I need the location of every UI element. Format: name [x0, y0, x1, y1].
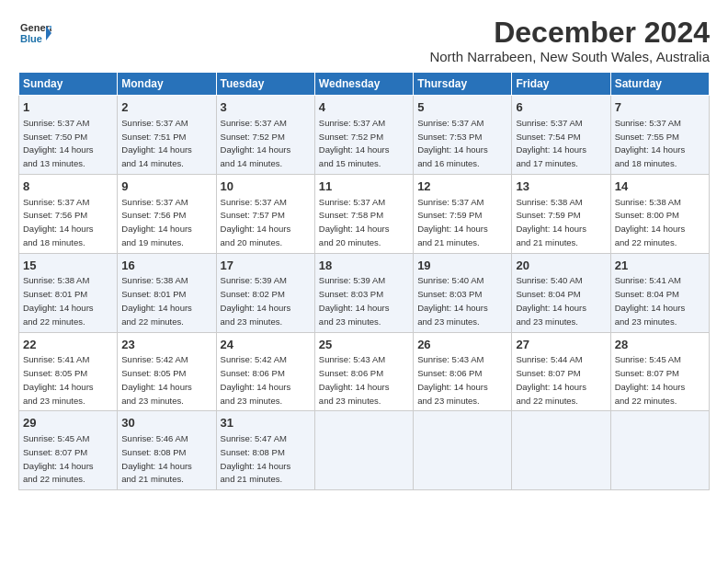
day-info: Sunrise: 5:37 AM Sunset: 7:53 PM Dayligh…	[417, 118, 488, 168]
cell-w4-d6	[610, 411, 709, 490]
day-info: Sunrise: 5:37 AM Sunset: 7:50 PM Dayligh…	[23, 118, 94, 168]
day-info: Sunrise: 5:43 AM Sunset: 8:06 PM Dayligh…	[319, 354, 390, 405]
day-info: Sunrise: 5:37 AM Sunset: 7:52 PM Dayligh…	[221, 118, 291, 168]
calendar-body: 1Sunrise: 5:37 AM Sunset: 7:50 PM Daylig…	[19, 96, 710, 490]
col-sunday: Sunday	[19, 73, 118, 96]
cell-w1-d3: 11Sunrise: 5:37 AM Sunset: 7:58 PM Dayli…	[314, 174, 413, 253]
day-number: 26	[417, 337, 507, 353]
day-info: Sunrise: 5:39 AM Sunset: 8:02 PM Dayligh…	[221, 275, 291, 326]
day-number: 10	[221, 178, 311, 195]
subtitle: North Narrabeen, New South Wales, Austra…	[429, 49, 710, 64]
cell-w0-d0: 1Sunrise: 5:37 AM Sunset: 7:50 PM Daylig…	[19, 96, 118, 175]
logo: General Blue	[18, 17, 51, 50]
day-number: 5	[417, 99, 507, 116]
day-info: Sunrise: 5:42 AM Sunset: 8:05 PM Dayligh…	[121, 354, 192, 405]
day-info: Sunrise: 5:37 AM Sunset: 7:55 PM Dayligh…	[615, 118, 686, 168]
day-number: 25	[319, 337, 409, 353]
cell-w2-d3: 18Sunrise: 5:39 AM Sunset: 8:03 PM Dayli…	[314, 253, 413, 332]
svg-text:Blue: Blue	[20, 33, 42, 44]
col-wednesday: Wednesday	[314, 73, 413, 96]
cell-w4-d4	[414, 411, 512, 490]
page: General Blue December 2024 North Narrabe…	[0, 0, 728, 500]
day-number: 1	[23, 99, 113, 116]
cell-w4-d3	[314, 411, 413, 490]
day-number: 11	[319, 178, 409, 195]
col-thursday: Thursday	[414, 73, 512, 96]
cell-w4-d1: 30Sunrise: 5:46 AM Sunset: 8:08 PM Dayli…	[118, 411, 216, 490]
col-friday: Friday	[512, 73, 610, 96]
col-monday: Monday	[118, 73, 216, 96]
day-number: 18	[319, 258, 409, 274]
cell-w1-d5: 13Sunrise: 5:38 AM Sunset: 7:59 PM Dayli…	[512, 174, 610, 253]
day-number: 4	[319, 99, 409, 116]
day-info: Sunrise: 5:37 AM Sunset: 7:57 PM Dayligh…	[221, 197, 291, 247]
header-row: Sunday Monday Tuesday Wednesday Thursday…	[19, 73, 710, 96]
calendar-table: Sunday Monday Tuesday Wednesday Thursday…	[18, 72, 710, 490]
cell-w0-d6: 7Sunrise: 5:37 AM Sunset: 7:55 PM Daylig…	[610, 96, 709, 175]
day-info: Sunrise: 5:37 AM Sunset: 7:58 PM Dayligh…	[319, 197, 390, 247]
day-info: Sunrise: 5:45 AM Sunset: 8:07 PM Dayligh…	[615, 354, 686, 405]
cell-w0-d2: 3Sunrise: 5:37 AM Sunset: 7:52 PM Daylig…	[216, 96, 314, 175]
day-number: 31	[221, 415, 311, 431]
logo-icon: General Blue	[18, 17, 51, 50]
day-number: 30	[121, 415, 211, 431]
day-number: 29	[23, 415, 113, 431]
cell-w2-d2: 17Sunrise: 5:39 AM Sunset: 8:02 PM Dayli…	[216, 253, 314, 332]
day-number: 7	[615, 99, 705, 116]
day-info: Sunrise: 5:38 AM Sunset: 8:00 PM Dayligh…	[615, 197, 686, 247]
day-number: 23	[121, 337, 211, 353]
day-info: Sunrise: 5:37 AM Sunset: 7:51 PM Dayligh…	[121, 118, 192, 168]
day-info: Sunrise: 5:37 AM Sunset: 7:56 PM Dayligh…	[121, 197, 192, 247]
cell-w4-d5	[512, 411, 610, 490]
day-info: Sunrise: 5:39 AM Sunset: 8:03 PM Dayligh…	[319, 275, 390, 326]
day-info: Sunrise: 5:40 AM Sunset: 8:03 PM Dayligh…	[417, 275, 488, 326]
day-number: 27	[516, 337, 606, 353]
day-number: 21	[615, 258, 705, 274]
day-info: Sunrise: 5:38 AM Sunset: 8:01 PM Dayligh…	[121, 275, 192, 326]
cell-w4-d0: 29Sunrise: 5:45 AM Sunset: 8:07 PM Dayli…	[19, 411, 118, 490]
cell-w1-d2: 10Sunrise: 5:37 AM Sunset: 7:57 PM Dayli…	[216, 174, 314, 253]
cell-w3-d4: 26Sunrise: 5:43 AM Sunset: 8:06 PM Dayli…	[414, 332, 512, 411]
header: General Blue December 2024 North Narrabe…	[18, 17, 710, 64]
day-number: 19	[417, 258, 507, 274]
week-row-1: 8Sunrise: 5:37 AM Sunset: 7:56 PM Daylig…	[19, 174, 710, 253]
day-number: 3	[221, 99, 311, 116]
col-saturday: Saturday	[610, 73, 709, 96]
cell-w3-d2: 24Sunrise: 5:42 AM Sunset: 8:06 PM Dayli…	[216, 332, 314, 411]
day-info: Sunrise: 5:37 AM Sunset: 7:54 PM Dayligh…	[516, 118, 586, 168]
week-row-0: 1Sunrise: 5:37 AM Sunset: 7:50 PM Daylig…	[19, 96, 710, 175]
day-number: 24	[221, 337, 311, 353]
day-info: Sunrise: 5:45 AM Sunset: 8:07 PM Dayligh…	[23, 433, 94, 484]
cell-w2-d4: 19Sunrise: 5:40 AM Sunset: 8:03 PM Dayli…	[414, 253, 512, 332]
cell-w3-d0: 22Sunrise: 5:41 AM Sunset: 8:05 PM Dayli…	[19, 332, 118, 411]
cell-w3-d5: 27Sunrise: 5:44 AM Sunset: 8:07 PM Dayli…	[512, 332, 610, 411]
day-number: 13	[516, 178, 606, 195]
cell-w3-d1: 23Sunrise: 5:42 AM Sunset: 8:05 PM Dayli…	[118, 332, 216, 411]
cell-w0-d3: 4Sunrise: 5:37 AM Sunset: 7:52 PM Daylig…	[314, 96, 413, 175]
day-number: 9	[121, 178, 211, 195]
cell-w1-d6: 14Sunrise: 5:38 AM Sunset: 8:00 PM Dayli…	[610, 174, 709, 253]
cell-w1-d1: 9Sunrise: 5:37 AM Sunset: 7:56 PM Daylig…	[118, 174, 216, 253]
day-info: Sunrise: 5:37 AM Sunset: 7:52 PM Dayligh…	[319, 118, 390, 168]
day-info: Sunrise: 5:46 AM Sunset: 8:08 PM Dayligh…	[121, 433, 192, 484]
cell-w2-d0: 15Sunrise: 5:38 AM Sunset: 8:01 PM Dayli…	[19, 253, 118, 332]
day-number: 28	[615, 337, 705, 353]
day-number: 12	[417, 178, 507, 195]
day-number: 17	[221, 258, 311, 274]
cell-w0-d4: 5Sunrise: 5:37 AM Sunset: 7:53 PM Daylig…	[414, 96, 512, 175]
day-info: Sunrise: 5:44 AM Sunset: 8:07 PM Dayligh…	[516, 354, 586, 405]
cell-w0-d5: 6Sunrise: 5:37 AM Sunset: 7:54 PM Daylig…	[512, 96, 610, 175]
week-row-2: 15Sunrise: 5:38 AM Sunset: 8:01 PM Dayli…	[19, 253, 710, 332]
day-info: Sunrise: 5:37 AM Sunset: 7:59 PM Dayligh…	[417, 197, 488, 247]
day-number: 16	[121, 258, 211, 274]
day-info: Sunrise: 5:41 AM Sunset: 8:05 PM Dayligh…	[23, 354, 94, 405]
day-info: Sunrise: 5:38 AM Sunset: 7:59 PM Dayligh…	[516, 197, 586, 247]
day-number: 22	[23, 337, 113, 353]
week-row-3: 22Sunrise: 5:41 AM Sunset: 8:05 PM Dayli…	[19, 332, 710, 411]
cell-w2-d5: 20Sunrise: 5:40 AM Sunset: 8:04 PM Dayli…	[512, 253, 610, 332]
cell-w2-d1: 16Sunrise: 5:38 AM Sunset: 8:01 PM Dayli…	[118, 253, 216, 332]
day-info: Sunrise: 5:41 AM Sunset: 8:04 PM Dayligh…	[615, 275, 686, 326]
cell-w2-d6: 21Sunrise: 5:41 AM Sunset: 8:04 PM Dayli…	[610, 253, 709, 332]
day-number: 15	[23, 258, 113, 274]
day-info: Sunrise: 5:38 AM Sunset: 8:01 PM Dayligh…	[23, 275, 94, 326]
